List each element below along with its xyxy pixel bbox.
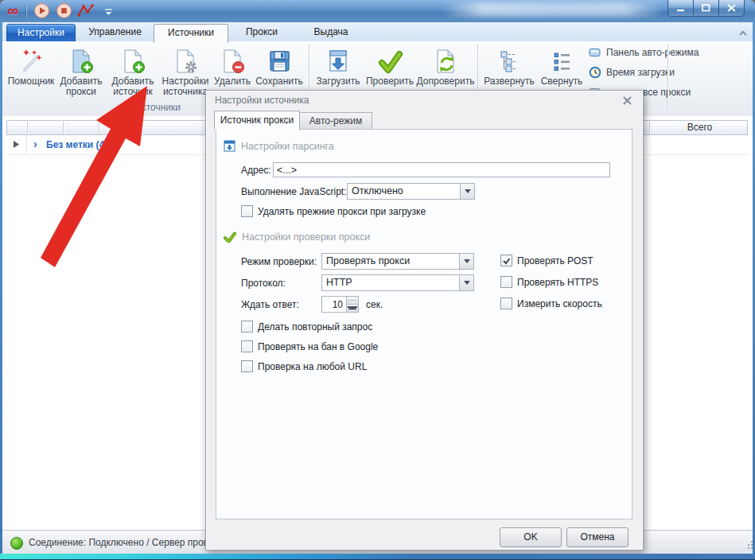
check-https-checkbox[interactable]: Проверять HTTPS <box>500 276 598 288</box>
tab-istochniki[interactable]: Источники <box>154 24 228 43</box>
chevron-up-icon <box>347 300 358 301</box>
chevron-down-icon <box>464 259 470 263</box>
seconds-unit-label: сек. <box>366 299 383 310</box>
checkbox-checked[interactable] <box>500 255 512 266</box>
checkbox-unchecked[interactable] <box>241 360 253 372</box>
panel-icon <box>589 46 601 59</box>
checkbox-unchecked[interactable] <box>500 298 512 309</box>
page-add-icon <box>68 45 94 74</box>
option-label: Панель авто-режима <box>606 47 699 58</box>
address-input[interactable] <box>273 162 610 177</box>
close-icon <box>727 4 736 12</box>
row-selector-cell[interactable] <box>6 134 27 154</box>
page-gear-icon <box>173 45 198 74</box>
selected-value: Отключено <box>348 184 460 199</box>
dialog-tab-source[interactable]: Источник прокси <box>214 111 300 130</box>
window-title-redacted <box>442 2 664 17</box>
ribbon-tab-strip: Настройки Управление Источники Прокси Вы… <box>2 22 753 41</box>
check-mode-label: Режим проверки: <box>241 256 317 267</box>
collapse-ribbon-button[interactable] <box>738 28 748 39</box>
checkbox-unchecked[interactable] <box>500 276 512 288</box>
js-execution-label: Выполнение JavaScript: <box>241 186 347 197</box>
green-check-icon <box>376 45 403 74</box>
app-window: ∞ Настройки Управление Источники Прокси … <box>0 0 755 560</box>
checkbox-label: Проверять на бан в Google <box>258 341 378 352</box>
group-row-label: Без метки (458) <box>46 139 119 150</box>
stepper-up-button[interactable] <box>347 297 358 305</box>
wait-response-label: Ждать ответ: <box>241 299 299 310</box>
chevron-up-icon <box>738 29 748 37</box>
button-label: Сохранить <box>255 76 303 87</box>
list-icon <box>549 45 574 74</box>
button-label: Добавить прокси <box>56 76 106 97</box>
protocol-label: Протокол: <box>241 278 286 289</box>
connection-status-icon <box>10 537 23 550</box>
quick-access-dropdown[interactable] <box>104 7 113 18</box>
ok-button[interactable]: OK <box>500 527 562 547</box>
floppy-disk-icon <box>267 45 292 74</box>
tree-expand-icon <box>496 45 522 74</box>
expand-chevron-icon[interactable]: › <box>33 138 37 150</box>
checkbox-label: Делать повторный запрос <box>258 321 372 332</box>
any-url-checkbox[interactable]: Проверка на любой URL <box>241 360 367 372</box>
dropdown-button[interactable] <box>460 184 474 199</box>
stop-button[interactable] <box>56 2 72 21</box>
column-divider <box>27 122 28 134</box>
checkbox-label: Удалять прежние прокси при загрузке <box>258 206 426 217</box>
start-button[interactable] <box>33 2 50 21</box>
tab-proksi[interactable]: Прокси <box>228 24 295 41</box>
download-window-icon <box>325 45 351 74</box>
chevron-down-icon <box>465 189 471 193</box>
stepper-down-button[interactable] <box>347 305 358 312</box>
protocol-select[interactable]: HTTP <box>321 274 474 291</box>
button-label: Допроверить <box>417 76 475 87</box>
checkbox-label: Проверять POST <box>517 255 593 266</box>
close-button[interactable] <box>718 0 745 17</box>
auto-mode-panel-toggle[interactable]: Панель авто-режима <box>589 46 699 59</box>
checkbox-unchecked[interactable] <box>241 340 253 352</box>
dropdown-button[interactable] <box>459 254 473 269</box>
checkbox-label: Измерить скорость <box>517 298 602 309</box>
tab-vydacha[interactable]: Выдача <box>297 24 365 41</box>
triangle-right-icon <box>14 141 19 148</box>
dialog-close-button[interactable] <box>622 95 632 106</box>
tab-nastroyki[interactable]: Настройки <box>6 24 76 42</box>
column-header-total[interactable]: Всего <box>650 121 749 134</box>
minimize-icon <box>677 5 685 12</box>
checkbox-label: Проверка на любой URL <box>258 361 367 372</box>
load-time-toggle[interactable]: Время загрузки <box>589 66 675 79</box>
button-label: Помощник <box>8 76 55 87</box>
stats-button[interactable] <box>77 3 95 20</box>
magic-wand-icon <box>18 45 44 74</box>
check-mode-select[interactable]: Проверять прокси <box>321 253 474 270</box>
resize-grip[interactable] <box>745 547 746 549</box>
button-label: Свернуть <box>541 76 583 87</box>
minimize-button[interactable] <box>667 0 694 17</box>
selected-value: Проверять прокси <box>322 254 459 269</box>
section-title: Настройки парсинга <box>241 141 334 152</box>
check-icon <box>224 231 236 243</box>
title-bar[interactable]: ∞ <box>0 0 755 22</box>
wait-seconds-stepper[interactable]: 10 <box>321 296 359 313</box>
dropdown-button[interactable] <box>459 275 473 290</box>
dialog-tab-automode[interactable]: Авто-режим <box>299 112 372 129</box>
helper-button[interactable]: Помощник <box>7 44 55 112</box>
chevron-down-icon <box>347 306 358 310</box>
cancel-button[interactable]: Отмена <box>566 527 629 547</box>
checkbox-unchecked[interactable] <box>241 321 253 332</box>
button-label: Загрузить <box>317 76 360 87</box>
remove-old-proxies-checkbox[interactable]: Удалять прежние прокси при загрузке <box>241 205 426 217</box>
google-ban-checkbox[interactable]: Проверять на бан в Google <box>241 340 378 352</box>
retry-request-checkbox[interactable]: Делать повторный запрос <box>241 321 372 332</box>
js-execution-select[interactable]: Отключено <box>347 183 475 200</box>
maximize-button[interactable] <box>693 0 719 17</box>
tab-upravlenie[interactable]: Управление <box>78 24 152 41</box>
parsing-section-header: Настройки парсинга <box>224 140 334 152</box>
selected-value: HTTP <box>322 275 459 290</box>
parser-icon <box>224 140 235 152</box>
page-add-icon <box>120 45 146 74</box>
checkbox-unchecked[interactable] <box>241 205 253 217</box>
measure-speed-checkbox[interactable]: Измерить скорость <box>500 298 602 309</box>
check-post-checkbox[interactable]: Проверять POST <box>500 255 593 266</box>
column-divider <box>63 122 64 134</box>
